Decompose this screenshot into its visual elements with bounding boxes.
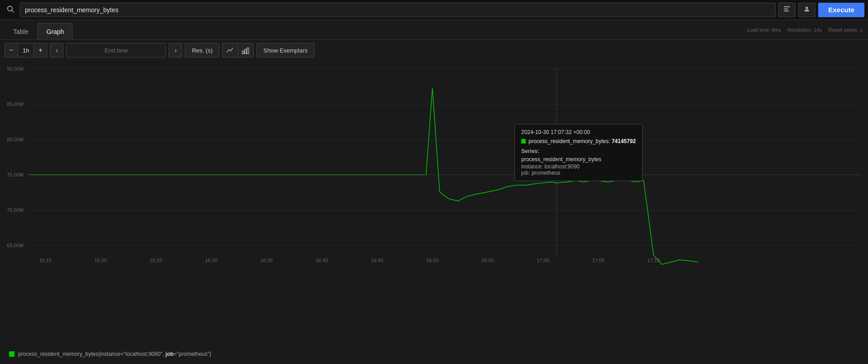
svg-text:90.00M: 90.00M: [7, 66, 24, 72]
end-time-input[interactable]: [66, 43, 166, 57]
svg-text:80.00M: 80.00M: [7, 137, 24, 142]
svg-rect-9: [0, 61, 868, 265]
svg-text:16:30: 16:30: [205, 258, 218, 263]
resolution-meta: Resolution: 14s: [787, 27, 822, 33]
svg-point-5: [806, 7, 808, 9]
result-series: Result series: 1: [828, 27, 863, 33]
chart-svg: 90.00M 85.00M 80.00M 75.00M 70.00M 65.00…: [0, 61, 868, 265]
legend-label[interactable]: process_resident_memory_bytes{instance="…: [18, 351, 211, 357]
tab-graph[interactable]: Graph: [38, 23, 73, 39]
show-exemplars-button[interactable]: Show Exemplars: [257, 43, 315, 57]
svg-rect-2: [784, 6, 790, 7]
format-button[interactable]: [778, 3, 795, 17]
time-stepper: − 1h +: [5, 43, 47, 57]
increment-button[interactable]: +: [34, 43, 47, 57]
svg-text:16:45: 16:45: [371, 258, 383, 263]
duration-value: 1h: [18, 43, 34, 57]
user-button[interactable]: [798, 3, 815, 17]
svg-text:16:35: 16:35: [260, 258, 273, 263]
legend-row: process_resident_memory_bytes{instance="…: [0, 344, 868, 364]
stacked-chart-button[interactable]: [238, 43, 253, 57]
svg-text:65.00M: 65.00M: [7, 243, 24, 248]
svg-text:70.00M: 70.00M: [7, 207, 24, 213]
search-bar: process_resident_memory_bytes Execute: [0, 0, 868, 20]
meta-info: Load time: 9ms Resolution: 14s Result se…: [747, 27, 863, 33]
resolution-button[interactable]: Res. (s): [185, 43, 219, 57]
nav-forward-button[interactable]: ›: [169, 43, 182, 57]
svg-text:17:05: 17:05: [592, 258, 605, 263]
search-input[interactable]: process_resident_memory_bytes: [20, 3, 776, 17]
svg-text:16:15: 16:15: [39, 258, 52, 263]
tab-table[interactable]: Table: [5, 23, 37, 39]
nav-back-button[interactable]: ‹: [50, 43, 63, 57]
chart-type-group: [222, 43, 254, 57]
svg-text:85.00M: 85.00M: [7, 101, 24, 107]
chart-container: 90.00M 85.00M 80.00M 75.00M 70.00M 65.00…: [0, 61, 868, 344]
svg-text:17:00: 17:00: [537, 258, 549, 263]
tabs-row: Table Graph Load time: 9ms Resolution: 1…: [0, 20, 868, 40]
line-chart-button[interactable]: [223, 43, 238, 57]
svg-text:16:50: 16:50: [426, 258, 439, 263]
legend-color-dot: [9, 351, 15, 357]
svg-text:16:25: 16:25: [150, 258, 162, 263]
svg-text:16:55: 16:55: [481, 258, 494, 263]
svg-rect-3: [784, 9, 788, 10]
svg-line-1: [12, 10, 14, 13]
svg-rect-4: [784, 10, 789, 11]
controls-row: − 1h + ‹ › Res. (s) Show Exemplars: [0, 40, 868, 61]
svg-point-0: [8, 6, 13, 11]
svg-rect-7: [245, 49, 247, 54]
svg-text:16:40: 16:40: [315, 258, 328, 263]
search-icon: [4, 3, 17, 17]
execute-button[interactable]: Execute: [818, 3, 864, 17]
svg-rect-6: [242, 51, 244, 54]
svg-text:75.00M: 75.00M: [7, 172, 24, 177]
svg-text:16:20: 16:20: [94, 258, 107, 263]
load-time: Load time: 9ms: [747, 27, 781, 33]
svg-rect-8: [247, 48, 249, 54]
decrement-button[interactable]: −: [5, 43, 18, 57]
